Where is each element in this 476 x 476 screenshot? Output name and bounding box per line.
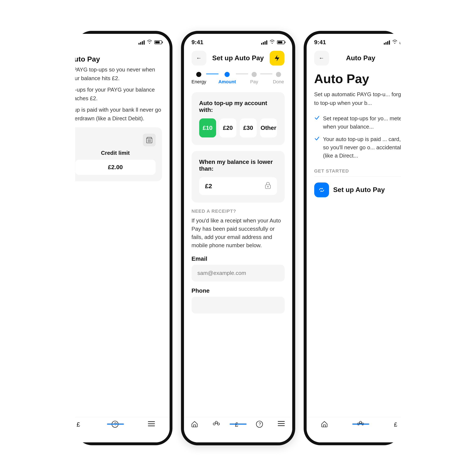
stepper-dot-energy — [196, 72, 201, 77]
center-nav-active-bar — [230, 424, 247, 425]
balance-card-title: When my balance is lower than: — [199, 159, 277, 172]
phone-label: Phone — [192, 287, 285, 294]
svg-point-14 — [217, 423, 220, 425]
right-nav-home[interactable] — [321, 421, 328, 427]
right-wifi-icon — [392, 39, 398, 45]
stepper-label-pay: Pay — [250, 79, 258, 85]
right-phone: 9:41 — [304, 31, 418, 445]
center-battery-icon — [277, 40, 285, 44]
center-nav-help[interactable]: ? — [256, 421, 263, 428]
svg-point-12 — [267, 186, 269, 187]
phone-input[interactable] — [192, 297, 285, 313]
balance-value: £2 — [205, 183, 212, 190]
center-action-button[interactable] — [270, 51, 284, 66]
svg-line-16 — [215, 423, 216, 424]
left-text-2: op-ups for your PAYG your balance reache… — [69, 85, 162, 103]
check-list: Set repeat top-ups for yo... meter when … — [314, 114, 407, 160]
lock-icon — [265, 181, 271, 191]
center-stepper: Energy Amount Pay Done — [184, 72, 292, 85]
center-nav-bar: ← Set up Auto Pay — [184, 49, 292, 70]
left-nav-menu[interactable] — [148, 421, 155, 428]
left-page-title: Auto Pay — [69, 51, 162, 65]
amount-options: £10 £20 £30 Other — [199, 119, 277, 137]
check-icon-1 — [314, 115, 320, 122]
right-subtitle: Set up automatic PAYG top-u... forget to… — [314, 90, 407, 108]
right-nav-usage[interactable] — [357, 421, 364, 426]
signal-icon — [138, 40, 145, 45]
nav-active-bar — [107, 424, 124, 425]
svg-point-13 — [213, 423, 215, 425]
left-status-bar — [61, 34, 170, 49]
check-item-2: Your auto top-up is paid ... card, so yo… — [314, 135, 407, 160]
center-signal-icon — [261, 40, 267, 45]
left-nav-pound[interactable]: £ — [76, 421, 83, 430]
amount-option-other[interactable]: Other — [260, 119, 277, 137]
stepper-dot-done — [276, 72, 281, 77]
center-nav-menu[interactable] — [278, 421, 285, 426]
stepper-amount: Amount — [219, 72, 236, 85]
balance-row: £2 — [199, 177, 277, 195]
center-status-bar: 9:41 — [184, 34, 292, 49]
center-phone: 9:41 — [181, 31, 295, 445]
center-nav-usage[interactable] — [213, 421, 220, 426]
stepper-pay: Pay — [248, 72, 260, 85]
receipt-section: NEED A RECEIPT? If you'd like a receipt … — [192, 208, 285, 319]
credit-limit-value-box: £2.00 — [75, 160, 156, 175]
svg-text:?: ? — [259, 422, 261, 426]
trash-icon[interactable] — [143, 134, 156, 146]
setup-btn-label: Set up Auto Pay — [333, 186, 385, 194]
right-nav-account[interactable]: £ — [393, 421, 400, 428]
right-signal-icon — [384, 40, 390, 45]
check-text-2: Your auto top-up is paid ... card, so yo… — [323, 135, 407, 160]
left-bottom-nav: £ ? — [61, 417, 170, 442]
check-text-1: Set repeat top-ups for yo... meter when … — [323, 114, 407, 131]
right-status-bar: 9:41 — [307, 34, 415, 49]
check-item-1: Set repeat top-ups for yo... meter when … — [314, 114, 407, 131]
center-bottom-nav: £ ? — [184, 417, 292, 442]
center-status-icons — [261, 39, 285, 45]
amount-card: Auto top-up my account with: £10 £20 £30… — [192, 92, 285, 145]
stepper-label-done: Done — [273, 79, 284, 85]
amount-option-30[interactable]: £30 — [240, 119, 257, 137]
wifi-icon — [147, 39, 152, 45]
center-status-time: 9:41 — [192, 39, 204, 46]
left-nav-help[interactable]: ? — [111, 421, 119, 429]
scene: Auto Pay c PAYG top-ups so you never whe… — [16, 31, 460, 445]
center-scroll-content: Auto top-up my account with: £10 £20 £30… — [184, 92, 292, 429]
svg-text:£: £ — [394, 421, 397, 428]
right-back-button[interactable]: ← — [314, 51, 329, 66]
amount-option-10[interactable]: £10 — [199, 119, 216, 137]
right-content: Auto Pay Set up automatic PAYG top-u... … — [307, 70, 415, 199]
get-started-label: GET STARTED — [314, 168, 407, 174]
svg-text:£: £ — [77, 421, 80, 428]
right-bottom-nav: £ — [307, 417, 415, 442]
receipt-label: NEED A RECEIPT? — [192, 208, 285, 214]
stepper-done: Done — [272, 72, 284, 85]
receipt-text: If you'd like a receipt when your Auto P… — [192, 217, 285, 250]
stepper-line-2 — [236, 74, 248, 74]
setup-auto-pay-button[interactable]: Set up Auto Pay — [314, 183, 407, 197]
stepper-dot-pay — [252, 72, 257, 77]
email-label: Email — [192, 255, 285, 262]
center-wifi-icon — [269, 39, 275, 45]
left-text-3: o-up is paid with your bank ll never go … — [69, 105, 162, 123]
stepper-line-3 — [260, 74, 272, 74]
right-status-time: 9:41 — [314, 39, 326, 46]
email-input[interactable] — [192, 265, 285, 281]
left-card: Credit limit £2.00 — [69, 127, 162, 181]
center-back-button[interactable]: ← — [192, 51, 206, 66]
left-status-icons — [138, 39, 162, 45]
stepper-label-energy: Energy — [192, 79, 206, 85]
setup-btn-icon — [314, 183, 329, 197]
right-nav-title: Auto Pay — [346, 54, 375, 62]
center-nav-home[interactable] — [191, 421, 198, 427]
stepper-energy: Energy — [192, 72, 206, 85]
right-nav-bar: ← Auto Pay — [307, 49, 415, 70]
credit-limit-value: £2.00 — [80, 164, 152, 171]
right-status-icons — [384, 39, 407, 45]
stepper-dot-amount — [224, 72, 230, 77]
amount-option-20[interactable]: £20 — [220, 119, 237, 137]
center-nav-title: Set up Auto Pay — [212, 54, 264, 62]
stepper-line-1 — [206, 74, 218, 74]
amount-card-title: Auto top-up my account with: — [199, 100, 277, 113]
